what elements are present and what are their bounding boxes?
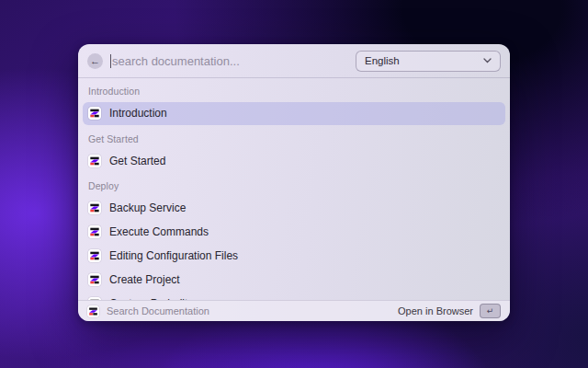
list-item-label: Create Project bbox=[109, 273, 180, 286]
footer-brand-label: Search Documentation bbox=[107, 305, 390, 316]
section-label: Introduction bbox=[78, 78, 510, 102]
language-select-value: English bbox=[365, 55, 400, 66]
list-item-label: Backup Service bbox=[109, 201, 186, 214]
chevron-down-icon bbox=[483, 58, 492, 63]
list-item[interactable]: Get Started bbox=[83, 149, 505, 172]
search-input[interactable] bbox=[112, 54, 348, 68]
zeabur-logo-icon bbox=[87, 305, 99, 317]
zeabur-logo-icon bbox=[88, 225, 101, 238]
enter-key-icon: ↵ bbox=[480, 304, 501, 318]
list-item[interactable]: Editing Configuration Files bbox=[83, 245, 505, 268]
dialog-footer: Search Documentation Open in Browser ↵ bbox=[78, 300, 510, 321]
section-label: Get Started bbox=[78, 126, 510, 150]
section-label: Deploy bbox=[78, 173, 510, 197]
zeabur-logo-icon bbox=[88, 155, 101, 167]
back-button[interactable]: ← bbox=[87, 53, 103, 69]
results-list: IntroductionIntroductionGet StartedGet S… bbox=[78, 78, 510, 300]
list-item[interactable]: Execute Commands bbox=[83, 221, 505, 244]
list-item[interactable]: Backup Service bbox=[83, 197, 505, 220]
zeabur-logo-icon bbox=[88, 201, 101, 214]
list-item-label: Editing Configuration Files bbox=[109, 249, 238, 262]
back-arrow-icon: ← bbox=[90, 53, 100, 69]
list-item-label: Introduction bbox=[109, 107, 167, 120]
section: DeployBackup ServiceExecute CommandsEdit… bbox=[78, 173, 510, 300]
list-item[interactable]: Custom Prebuilt bbox=[83, 293, 505, 300]
list-item-label: Execute Commands bbox=[109, 225, 209, 238]
list-item-label: Get Started bbox=[109, 155, 165, 167]
zeabur-logo-icon bbox=[88, 273, 101, 286]
search-field-wrap bbox=[110, 54, 348, 68]
zeabur-logo-icon bbox=[88, 107, 101, 120]
list-item[interactable]: Create Project bbox=[83, 269, 505, 292]
section: Get StartedGet Started bbox=[78, 126, 510, 173]
dialog-header: ← English bbox=[78, 44, 510, 78]
language-select[interactable]: English bbox=[356, 51, 501, 72]
text-caret bbox=[110, 54, 111, 68]
section: IntroductionIntroduction bbox=[78, 78, 510, 125]
list-item[interactable]: Introduction bbox=[83, 102, 505, 125]
open-in-browser-button[interactable]: Open in Browser ↵ bbox=[398, 304, 501, 318]
search-documentation-dialog: ← English IntroductionIntroductionGet St… bbox=[78, 44, 510, 321]
open-in-browser-label: Open in Browser bbox=[398, 305, 473, 316]
zeabur-logo-icon bbox=[88, 249, 101, 262]
